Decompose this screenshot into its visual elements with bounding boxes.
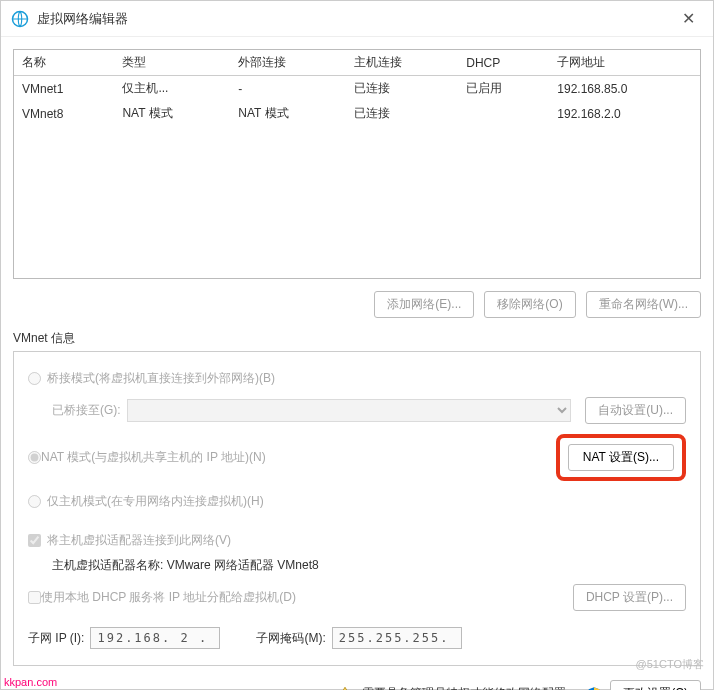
bridged-to-label: 已桥接至(G): [52, 402, 121, 419]
dhcp-settings-button[interactable]: DHCP 设置(P)... [573, 584, 686, 611]
col-host[interactable]: 主机连接 [346, 50, 458, 76]
bridge-radio-row: 桥接模式(将虚拟机直接连接到外部网络)(B) [28, 364, 686, 393]
nat-settings-highlight: NAT 设置(S)... [556, 434, 686, 481]
vmnet-info-title: VMnet 信息 [13, 330, 701, 347]
nat-radio-row: NAT 模式(与虚拟机共享主机的 IP 地址)(N) NAT 设置(S)... [28, 428, 686, 487]
col-ext[interactable]: 外部连接 [230, 50, 346, 76]
close-button[interactable]: ✕ [674, 7, 703, 30]
subnet-mask-label: 子网掩码(M): [256, 630, 325, 647]
globe-icon [11, 10, 29, 28]
admin-warn-row: 需要具备管理员特权才能修改网络配置。 更改设置(C) [13, 666, 701, 690]
cell-type: NAT 模式 [114, 101, 230, 126]
hostonly-radio-row: 仅主机模式(在专用网络内连接虚拟机)(H) [28, 487, 686, 516]
col-name[interactable]: 名称 [14, 50, 114, 76]
cell-host: 已连接 [346, 101, 458, 126]
bridged-to-select[interactable] [127, 399, 572, 422]
hostconn-label: 将主机虚拟适配器连接到此网络(V) [47, 532, 231, 549]
titlebar: 虚拟网络编辑器 ✕ [1, 1, 713, 37]
cell-ext: NAT 模式 [230, 101, 346, 126]
bridged-to-row: 已桥接至(G): 自动设置(U)... [28, 393, 686, 428]
remove-network-button[interactable]: 移除网络(O) [484, 291, 575, 318]
rename-network-button[interactable]: 重命名网络(W)... [586, 291, 701, 318]
auto-settings-button[interactable]: 自动设置(U)... [585, 397, 686, 424]
subnet-ip-input[interactable] [90, 627, 220, 649]
cell-subnet: 192.168.85.0 [549, 76, 700, 102]
cell-host: 已连接 [346, 76, 458, 102]
virtual-network-editor-dialog: 虚拟网络编辑器 ✕ 名称 类型 外部连接 主机连接 DHCP 子网地址 VMne… [0, 0, 714, 690]
network-table-wrap: 名称 类型 外部连接 主机连接 DHCP 子网地址 VMnet1 仅主机... … [13, 49, 701, 279]
network-table: 名称 类型 外部连接 主机连接 DHCP 子网地址 VMnet1 仅主机... … [14, 50, 700, 126]
hostonly-radio[interactable] [28, 495, 41, 508]
table-row[interactable]: VMnet8 NAT 模式 NAT 模式 已连接 192.168.2.0 [14, 101, 700, 126]
col-type[interactable]: 类型 [114, 50, 230, 76]
cell-ext: - [230, 76, 346, 102]
cell-name: VMnet8 [14, 101, 114, 126]
shield-icon [586, 686, 602, 691]
nat-settings-button[interactable]: NAT 设置(S)... [568, 444, 674, 471]
add-network-button[interactable]: 添加网络(E)... [374, 291, 474, 318]
cell-dhcp [458, 101, 549, 126]
dialog-title: 虚拟网络编辑器 [37, 10, 674, 28]
dhcp-checkbox[interactable] [28, 591, 41, 604]
vmnet-info-box: 桥接模式(将虚拟机直接连接到外部网络)(B) 已桥接至(G): 自动设置(U).… [13, 351, 701, 666]
watermark-text-2: @51CTO博客 [636, 657, 704, 672]
mid-button-row: 添加网络(E)... 移除网络(O) 重命名网络(W)... [13, 279, 701, 324]
col-dhcp[interactable]: DHCP [458, 50, 549, 76]
table-row[interactable]: VMnet1 仅主机... - 已连接 已启用 192.168.85.0 [14, 76, 700, 102]
ip-row: 子网 IP (I): 子网掩码(M): [28, 613, 686, 649]
content-area: 名称 类型 外部连接 主机连接 DHCP 子网地址 VMnet1 仅主机... … [1, 37, 713, 690]
bridge-label: 桥接模式(将虚拟机直接连接到外部网络)(B) [47, 370, 275, 387]
hostconn-checkbox[interactable] [28, 534, 41, 547]
hostonly-label: 仅主机模式(在专用网络内连接虚拟机)(H) [47, 493, 264, 510]
warning-icon [336, 685, 354, 691]
subnet-mask-input[interactable] [332, 627, 462, 649]
bridge-radio[interactable] [28, 372, 41, 385]
dhcp-label: 使用本地 DHCP 服务将 IP 地址分配给虚拟机(D) [41, 589, 296, 606]
dhcp-row: 使用本地 DHCP 服务将 IP 地址分配给虚拟机(D) DHCP 设置(P).… [28, 582, 686, 613]
nat-radio[interactable] [28, 451, 41, 464]
header-row: 名称 类型 外部连接 主机连接 DHCP 子网地址 [14, 50, 700, 76]
admin-warn-text: 需要具备管理员特权才能修改网络配置。 [362, 685, 578, 690]
cell-subnet: 192.168.2.0 [549, 101, 700, 126]
nat-label: NAT 模式(与虚拟机共享主机的 IP 地址)(N) [41, 449, 266, 466]
watermark-text: kkpan.com [4, 676, 57, 688]
cell-dhcp: 已启用 [458, 76, 549, 102]
cell-type: 仅主机... [114, 76, 230, 102]
adapter-name-label: 主机虚拟适配器名称: VMware 网络适配器 VMnet8 [28, 555, 686, 582]
col-subnet[interactable]: 子网地址 [549, 50, 700, 76]
subnet-ip-label: 子网 IP (I): [28, 630, 84, 647]
cell-name: VMnet1 [14, 76, 114, 102]
hostconn-chk-row: 将主机虚拟适配器连接到此网络(V) [28, 526, 686, 555]
change-settings-button[interactable]: 更改设置(C) [610, 680, 701, 690]
